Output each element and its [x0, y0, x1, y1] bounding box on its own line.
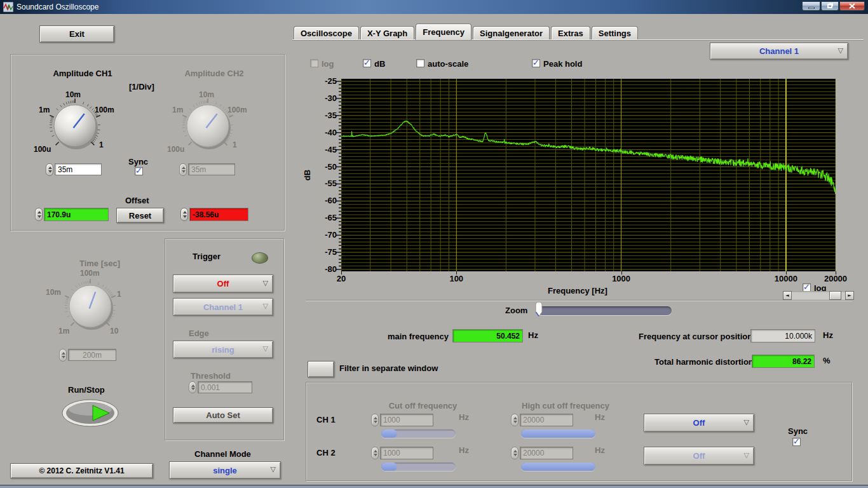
high-cutoff-header: High cut off frequency: [515, 401, 616, 410]
ch1-high-cutoff-slider[interactable]: [521, 430, 595, 438]
y-tick-label: -60: [316, 196, 337, 205]
ch2-high-cutoff-value: 20000: [520, 447, 573, 459]
knob-scale-label: 10m: [46, 288, 61, 297]
tab-extras[interactable]: Extras: [551, 26, 590, 40]
tab-strip: OscilloscopeX-Y GraphFrequencySignalgene…: [294, 25, 639, 40]
tab-frequency[interactable]: Frequency: [416, 24, 471, 40]
knob-scale-label: 1m: [172, 105, 183, 114]
offset-label: Offset: [125, 196, 149, 205]
knob-scale-label: 10m: [199, 90, 214, 99]
knob-scale-label: 1: [117, 290, 121, 299]
amplitude-ch1-value[interactable]: 35m: [55, 163, 102, 175]
db-checkbox-label: dB: [374, 59, 385, 69]
close-icon: [849, 3, 855, 9]
app-window: Soundcard Oszilloscope Exit Amplitude CH…: [0, 0, 868, 488]
knob-scale-label: 100m: [95, 105, 114, 114]
db-checkbox[interactable]: [363, 59, 371, 67]
ch1-cutoff-slider[interactable]: [381, 430, 456, 438]
y-tick-label: -25: [316, 76, 337, 86]
peak-hold-checkbox-label: Peak hold: [543, 59, 582, 69]
run-stop-button[interactable]: [61, 399, 119, 427]
y-tick-label: -50: [316, 162, 337, 172]
auto-set-button[interactable]: Auto Set: [173, 407, 273, 423]
tab-settings[interactable]: Settings: [592, 26, 638, 40]
x-tick-mark: [456, 271, 457, 274]
thd-unit: %: [823, 356, 831, 365]
chevron-down-icon: ▽: [744, 451, 749, 459]
amplitude-ch2-spinner[interactable]: [179, 163, 187, 176]
sync-checkbox[interactable]: [135, 167, 143, 175]
channel-selector-dropdown[interactable]: Channel 1 ▽: [710, 43, 848, 60]
zoom-slider-track[interactable]: [538, 306, 672, 315]
peak-hold-checkbox[interactable]: [532, 59, 540, 67]
ch2-high-cutoff-slider[interactable]: [521, 463, 595, 471]
time-spinner[interactable]: [59, 349, 67, 362]
knob-scale-label: 100m: [80, 269, 100, 278]
chevron-down-icon: ▽: [263, 302, 268, 310]
offset-ch1-spinner[interactable]: [35, 208, 43, 221]
channel-mode-value: single: [213, 466, 237, 475]
offset-ch1-value[interactable]: 170.9u: [44, 208, 109, 221]
ch2-cutoff-spinner[interactable]: [371, 447, 379, 459]
ch1-filter-mode-value: Off: [693, 418, 705, 428]
minimize-button[interactable]: [802, 1, 820, 11]
trigger-mode-dropdown[interactable]: Off ▽: [173, 274, 273, 293]
knob-scale-label: 10: [110, 327, 118, 336]
run-stop-label: Run/Stop: [68, 385, 105, 395]
trigger-mode-value: Off: [217, 279, 229, 288]
y-tick-label: -75: [316, 247, 337, 257]
x-tick-mark: [786, 271, 787, 274]
maximize-button[interactable]: [821, 1, 839, 11]
cutoff-header: Cut off frequency: [380, 401, 466, 410]
ch1-filter-mode-dropdown[interactable]: Off ▽: [644, 414, 754, 432]
scroll-right-icon[interactable]: ►: [845, 291, 854, 300]
spectrum-plot-area[interactable]: [341, 79, 836, 271]
auto-scale-checkbox[interactable]: [416, 59, 424, 67]
minimize-icon: [808, 7, 815, 9]
close-button[interactable]: [839, 1, 865, 11]
ch2-filter-mode-value: Off: [693, 451, 705, 461]
offset-ch2-spinner[interactable]: [180, 208, 188, 221]
trigger-source-value: Channel 1: [203, 302, 243, 312]
scrollbar-thumb[interactable]: [829, 291, 841, 300]
chevron-down-icon: ▽: [744, 418, 749, 426]
filter-window-label: Filter in separate window: [339, 363, 438, 373]
tab-oscilloscope[interactable]: Oscilloscope: [294, 26, 359, 40]
copyright-button[interactable]: © 2012 C. Zeitnitz V1.41: [10, 463, 153, 478]
tab-x-y-graph[interactable]: X-Y Graph: [360, 26, 414, 40]
filter-sync-checkbox[interactable]: [792, 438, 801, 446]
knob-scale-label: 1m: [39, 105, 50, 114]
y-tick-label: -30: [316, 93, 337, 103]
knob-scale-label: 100m: [227, 105, 247, 114]
graph-scrollbar[interactable]: ◄ ►: [783, 291, 854, 300]
trigger-led: [252, 252, 268, 264]
time-label: Time [sec]: [71, 259, 128, 268]
threshold-spinner[interactable]: [189, 381, 196, 393]
trigger-edge-dropdown: rising ▽: [173, 341, 273, 358]
ch1-cutoff-spinner[interactable]: [371, 414, 379, 426]
channel-mode-dropdown[interactable]: single ▽: [169, 461, 281, 479]
offset-reset-button[interactable]: Reset: [116, 208, 164, 223]
cursor-frequency-unit: Hz: [823, 330, 833, 340]
amplitude-ch1-spinner[interactable]: [46, 163, 53, 176]
offset-ch2-value[interactable]: -38.56u: [189, 208, 248, 221]
main-frequency-value: 50.452: [452, 329, 523, 342]
ch1-high-cutoff-spinner[interactable]: [511, 414, 519, 426]
y-tick-label: -35: [316, 111, 337, 120]
exit-button[interactable]: Exit: [39, 25, 114, 43]
filter-window-button[interactable]: [308, 361, 334, 377]
chevron-down-icon: ▽: [271, 465, 276, 473]
log-checkbox: [310, 59, 318, 67]
x-tick-mark: [836, 271, 836, 274]
x-tick-label: 20000: [813, 274, 858, 283]
scroll-left-icon[interactable]: ◄: [783, 291, 792, 300]
thd-label: Total harmonic distortion: [654, 357, 748, 367]
knob-scale-label: 1: [233, 140, 237, 149]
amplitude-ch2-value: 35m: [188, 163, 235, 175]
x-tick-label: 10000: [764, 274, 808, 283]
ch2-cutoff-slider[interactable]: [381, 463, 456, 471]
zoom-slider-handle[interactable]: [534, 301, 543, 318]
cursor-frequency-label: Frequency at cursor position: [639, 332, 747, 341]
tab-signalgenerator[interactable]: Signalgenerator: [473, 26, 550, 40]
ch2-high-cutoff-spinner[interactable]: [511, 447, 519, 459]
